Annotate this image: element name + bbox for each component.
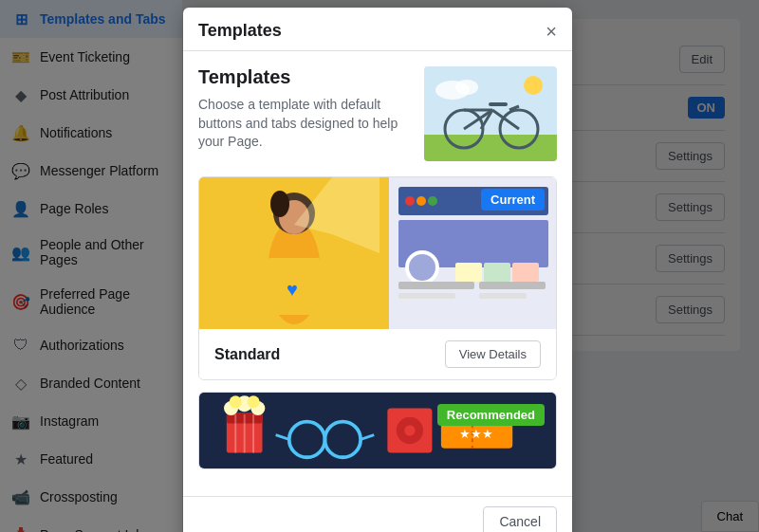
close-icon[interactable]: × <box>546 22 557 41</box>
svg-rect-27 <box>484 263 510 282</box>
svg-text:★★★: ★★★ <box>459 427 493 441</box>
svg-point-42 <box>230 395 242 408</box>
svg-point-12 <box>455 80 478 95</box>
svg-point-16 <box>405 196 415 206</box>
current-badge: Current <box>481 189 545 211</box>
svg-rect-25 <box>479 293 527 299</box>
template-card-standard: ♥ Current Standard View Details <box>198 176 557 380</box>
template-intro-description: Choose a template with default buttons a… <box>198 96 409 152</box>
svg-rect-22 <box>398 282 474 289</box>
template-intro-image <box>424 66 557 161</box>
svg-rect-26 <box>455 263 482 282</box>
template-intro: Templates Choose a template with default… <box>198 66 557 161</box>
svg-point-17 <box>417 196 426 206</box>
template-name-standard: Standard <box>214 346 280 363</box>
svg-point-43 <box>247 395 259 408</box>
bike-illustration-svg <box>424 66 557 161</box>
modal-title: Templates <box>198 21 282 41</box>
svg-point-32 <box>270 191 289 217</box>
recommended-template-image: ★★★ Recommended <box>199 393 556 468</box>
template-card-footer: Standard View Details <box>199 329 556 379</box>
svg-point-21 <box>409 254 435 281</box>
modal-header: Templates × <box>183 8 572 51</box>
svg-rect-24 <box>479 282 546 289</box>
svg-point-10 <box>524 76 543 95</box>
view-details-button[interactable]: View Details <box>445 340 541 368</box>
svg-rect-8 <box>489 102 508 106</box>
templates-modal: Templates × Templates Choose a template … <box>183 8 572 532</box>
svg-rect-23 <box>398 293 455 299</box>
template-intro-heading: Templates <box>198 66 409 88</box>
template-intro-text: Templates Choose a template with default… <box>198 66 409 152</box>
standard-template-image: ♥ Current <box>199 177 556 329</box>
svg-rect-1 <box>424 135 557 161</box>
svg-rect-28 <box>512 263 539 282</box>
svg-point-54 <box>404 425 415 435</box>
modal-footer: Cancel <box>183 496 572 532</box>
svg-point-18 <box>428 196 437 206</box>
svg-text:♥: ♥ <box>287 279 298 300</box>
modal-body: Templates Choose a template with default… <box>183 51 572 496</box>
cancel-button[interactable]: Cancel <box>483 506 557 532</box>
template-card-recommended: ★★★ Recommended <box>198 392 557 469</box>
recommended-badge: Recommended <box>437 404 545 426</box>
